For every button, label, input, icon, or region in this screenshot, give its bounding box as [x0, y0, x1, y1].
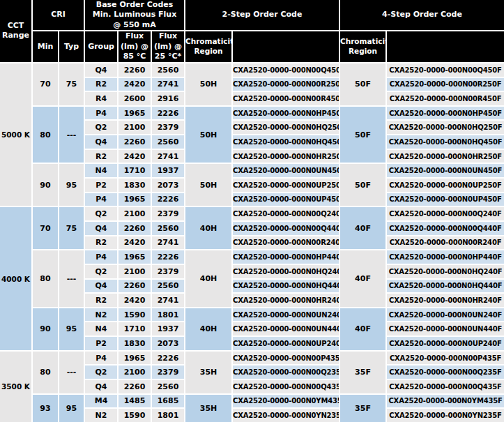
chromaticity-4step-cell: 50F — [340, 63, 385, 105]
flux-25c-cell: 2226 — [152, 107, 184, 120]
cri-typ-cell: 95 — [59, 308, 84, 350]
table-row: 4000 K7075Q22100237940HCXA2520-0000-000N… — [0, 207, 504, 220]
chromaticity-2step-cell: 50H — [185, 63, 231, 105]
flux-25c-cell: 2916 — [152, 92, 184, 105]
header-base-order-codes: Base Order Codes Min. Luminous Flux @ 55… — [85, 0, 184, 30]
flux-group-cell: P2 — [85, 179, 117, 192]
order-code-4step-cell: CXA2520-0000-000N0HQ450F — [387, 135, 504, 149]
order-code-2step-cell: CXA2520-0000-000N0UN440H — [233, 322, 339, 336]
flux-25c-cell: 1937 — [152, 322, 184, 336]
header-cri: CRI — [33, 0, 84, 30]
flux-25c-cell: 1685 — [152, 395, 184, 408]
order-code-4step-cell: CXA2520-0000-000N0UN240F — [387, 308, 504, 322]
flux-25c-cell: 2379 — [152, 121, 184, 134]
cri-min-cell: 80 — [33, 250, 58, 307]
order-code-2step-cell: CXA2520-0000-000N0UP250H — [233, 179, 339, 192]
flux-85c-cell: 1590 — [119, 409, 151, 422]
order-code-2step-cell: CXA2520-0000-000N00Q435H — [233, 380, 339, 393]
header-4step-order-code: 4-Step Order Code — [340, 0, 504, 30]
cct-cell: 3500 K — [0, 352, 31, 422]
cct-cell: 5000 K — [0, 63, 31, 206]
order-code-4step-cell: CXA2520-0000-000N0HR240F — [387, 294, 504, 307]
flux-group-cell: P2 — [85, 337, 117, 350]
flux-85c-cell: 1830 — [119, 179, 151, 192]
order-code-2step-cell: CXA2520-0000-000N00R250H — [233, 78, 339, 91]
order-code-2step-cell: CXA2520-0000-000N0YM435h — [233, 395, 339, 408]
cri-min-cell: 90 — [33, 308, 58, 350]
cri-min-cell: 80 — [33, 107, 58, 163]
cri-typ-cell: 75 — [59, 63, 84, 105]
flux-25c-cell: 2741 — [152, 236, 184, 250]
order-code-table-page: CCT Range CRI Base Order Codes Min. Lumi… — [0, 0, 504, 422]
flux-25c-cell: 2379 — [152, 265, 184, 278]
flux-25c-cell: 2226 — [152, 352, 184, 365]
order-code-2step-cell: CXA2520-0000-000N0HQ450H — [233, 135, 339, 149]
flux-85c-cell: 2260 — [119, 380, 151, 393]
flux-25c-cell: 2741 — [152, 150, 184, 163]
flux-25c-cell: 2560 — [152, 280, 184, 293]
flux-25c-cell: 2741 — [152, 78, 184, 91]
flux-25c-cell: 2073 — [152, 179, 184, 192]
chromaticity-4step-cell: 50F — [340, 107, 385, 163]
cri-typ-cell: --- — [59, 107, 84, 163]
flux-85c-cell: 2100 — [119, 366, 151, 379]
order-code-2step-cell: CXA2520-0000-000N0YN235H — [233, 409, 339, 422]
flux-group-cell: Q2 — [85, 121, 117, 134]
order-code-4step-cell: CXA2520-0000-000N00Q240F — [387, 207, 504, 220]
chromaticity-2step-cell: 35H — [185, 352, 231, 393]
header-flux-group: Group — [85, 31, 117, 62]
flux-25c-cell: 2560 — [152, 135, 184, 149]
order-code-4step-cell: CXA2520-0000-000N0HP440F — [387, 250, 504, 264]
order-code-4step-cell: CXA2520-0000-000N00P435F — [387, 352, 504, 365]
order-code-4step-cell: CXA2520-0000-000N0HQ440F — [387, 280, 504, 293]
flux-group-cell: Q4 — [85, 135, 117, 149]
order-code-2step-cell: CXA2520-0000-000N0UP240H — [233, 337, 339, 350]
flux-85c-cell: 1710 — [119, 164, 151, 177]
chromaticity-4step-cell: 40F — [340, 308, 385, 350]
flux-85c-cell: 1590 — [119, 308, 151, 322]
order-code-4step-cell: CXA2520-0000-000N0YN235F — [387, 409, 504, 422]
flux-25c-cell: 2560 — [152, 63, 184, 77]
order-code-4step-cell: CXA2520-0000-000N0HQ240F — [387, 265, 504, 278]
flux-85c-cell: 2100 — [119, 207, 151, 220]
flux-group-cell: Q4 — [85, 222, 117, 235]
cri-min-cell: 70 — [33, 63, 58, 105]
flux-group-cell: Q2 — [85, 207, 117, 220]
header-cri-min: Min — [33, 31, 58, 62]
cri-typ-cell: 95 — [59, 395, 84, 422]
order-code-4step-cell: CXA2520-0000-000N00Q440F — [387, 222, 504, 235]
order-code-2step-cell: CXA2520-0000-000N00R450H — [233, 92, 339, 105]
flux-group-cell: R4 — [85, 92, 117, 105]
flux-85c-cell: 2420 — [119, 150, 151, 163]
order-code-4step-cell: CXA2520-0000-000N00R240F — [387, 236, 504, 250]
table-row: 80---P41965222650HCXA2520-0000-000N0HP45… — [0, 107, 504, 120]
flux-85c-cell: 2420 — [119, 236, 151, 250]
header-cri-typ: Typ — [59, 31, 84, 62]
flux-85c-cell: 1965 — [119, 107, 151, 120]
chromaticity-2step-cell: 40H — [185, 308, 231, 350]
flux-85c-cell: 2260 — [119, 63, 151, 77]
order-code-2step-cell: CXA2520-0000-000N00Q235H — [233, 366, 339, 379]
flux-25c-cell: 2226 — [152, 250, 184, 264]
cri-min-cell: 80 — [33, 352, 58, 393]
flux-group-cell: R2 — [85, 236, 117, 250]
order-code-2step-cell: CXA2520-0000-000N0UN240H — [233, 308, 339, 322]
table-row: 9095N21590180140HCXA2520-0000-000N0UN240… — [0, 308, 504, 322]
flux-85c-cell: 2260 — [119, 222, 151, 235]
order-code-2step-cell: CXA2520-0000-000N00Q440H — [233, 222, 339, 235]
flux-group-cell: M4 — [85, 395, 117, 408]
order-code-2step-cell: CXA2520-0000-000N0HQ440H — [233, 280, 339, 293]
header-2step-code-spacer — [233, 31, 339, 62]
order-code-4step-cell: CXA2520-0000-000N0UP240F — [387, 337, 504, 350]
flux-25c-cell: 1801 — [152, 409, 184, 422]
flux-group-cell: R2 — [85, 294, 117, 307]
order-code-2step-cell: CXA2520-0000-000N00Q450H — [233, 63, 339, 77]
flux-group-cell: N2 — [85, 409, 117, 422]
cri-typ-cell: 75 — [59, 207, 84, 249]
flux-25c-cell: 2073 — [152, 337, 184, 350]
header-cct-range: CCT Range — [0, 0, 31, 62]
flux-group-cell: Q4 — [85, 280, 117, 293]
flux-85c-cell: 2420 — [119, 294, 151, 307]
chromaticity-4step-cell: 50F — [340, 164, 385, 206]
order-code-4step-cell: CXA2520-0000-000N0UP450F — [387, 193, 504, 206]
